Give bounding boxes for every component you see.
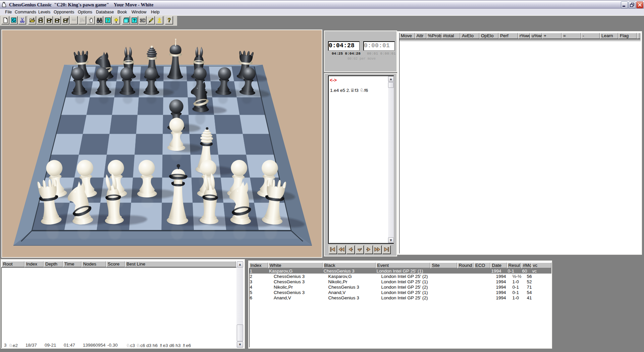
svg-text:?: ? [67, 17, 68, 21]
svg-text:?: ? [168, 17, 171, 23]
svg-text:?: ? [133, 18, 136, 23]
svg-text:3D: 3D [140, 18, 146, 23]
svg-text:?: ? [106, 18, 109, 23]
